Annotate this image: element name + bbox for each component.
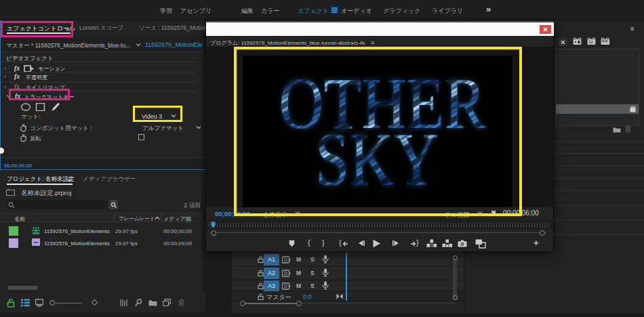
- svg-text:32: 32: [588, 40, 593, 44]
